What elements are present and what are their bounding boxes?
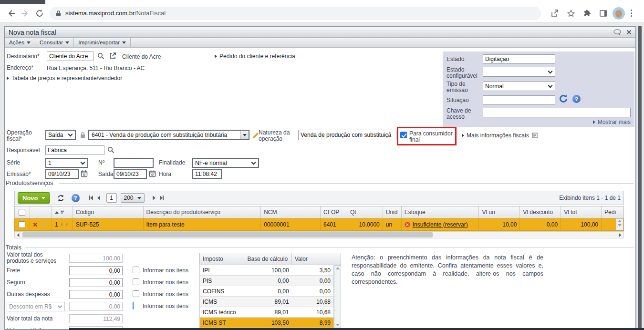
search-responsavel-icon[interactable] <box>107 146 114 154</box>
desconto-informar-checkbox[interactable] <box>133 302 134 309</box>
operacao-tipo-select[interactable]: Saída <box>45 130 76 140</box>
saida-input[interactable]: 09/10/23 <box>114 169 147 179</box>
pedido-cliente-toggle[interactable]: Pedido do cliente e referência <box>215 53 295 60</box>
cell-qt: 10,0000 <box>347 218 383 230</box>
close-icon[interactable] <box>626 30 632 35</box>
edit-row-icon[interactable] <box>41 221 47 227</box>
products-vertical-scrollbar[interactable] <box>616 218 623 230</box>
tax-col-imposto[interactable]: Imposto <box>200 253 244 265</box>
tipo-emissao-select[interactable]: Normal <box>483 81 555 91</box>
profile-avatar[interactable] <box>613 7 625 20</box>
actions-header-cell <box>30 206 52 218</box>
col-num[interactable]: # <box>52 206 73 218</box>
col-qt[interactable]: Qt <box>347 206 383 218</box>
frete-input[interactable]: 0,00 <box>69 266 123 275</box>
mais-informacoes-toggle[interactable]: Mais informações fiscais <box>462 132 538 139</box>
outras-informar-checkbox[interactable] <box>133 290 139 297</box>
combo-dropdown-button[interactable] <box>240 131 249 139</box>
refresh-situacao-icon[interactable] <box>559 94 568 103</box>
select-all-checkbox[interactable] <box>19 209 25 216</box>
col-cfop[interactable]: CFOP <box>321 206 347 218</box>
consumidor-final-checkbox[interactable] <box>400 132 407 138</box>
share-icon[interactable] <box>548 6 562 21</box>
operacao-fiscal-combo[interactable]: 6401 - Venda de produção com substituiçã… <box>88 130 249 140</box>
row-checkbox[interactable] <box>19 221 25 228</box>
emissao-input[interactable]: 09/10/23 <box>45 169 79 179</box>
menu-acoes[interactable]: Ações <box>5 38 35 47</box>
prev-page-icon[interactable] <box>95 194 103 202</box>
destinatario-label: Destinatário* <box>7 53 40 60</box>
chave-acesso-input[interactable] <box>483 108 631 117</box>
url-bar[interactable]: sistema.maxiprod.com.br/NotaFiscal <box>50 7 541 20</box>
refresh-grid-icon[interactable] <box>57 194 65 202</box>
product-row[interactable]: 1 ∧ ∨ SUP-525 Item para teste 00000001 6… <box>14 218 624 231</box>
finalidade-select[interactable]: NF-e normal <box>192 158 259 168</box>
comment-bubble-icon[interactable] <box>613 29 622 35</box>
right-edge-strip <box>638 26 642 330</box>
forward-icon[interactable] <box>18 6 32 21</box>
situacao-label: Situação <box>447 97 469 103</box>
move-up-down-icons[interactable]: ∧ ∨ <box>61 222 69 227</box>
estado-input[interactable]: Digitação <box>483 54 555 64</box>
window-titlebar: Nova nota fiscal <box>5 27 635 38</box>
frete-informar-checkbox[interactable] <box>133 267 139 273</box>
desconto-input: 0,00 <box>69 302 123 311</box>
destinatario-input[interactable]: Cliente do Acre <box>47 52 93 61</box>
col-ncm[interactable]: NCM <box>261 206 321 218</box>
next-page-icon[interactable] <box>150 194 158 202</box>
estado-configuravel-select[interactable] <box>483 67 555 77</box>
back-icon[interactable] <box>4 6 18 21</box>
totais-section-title: Totais <box>6 244 21 251</box>
consumidor-final-highlight: Para consumidor final <box>397 127 457 145</box>
tax-col-valor[interactable]: Valor <box>292 253 333 265</box>
delete-row-icon[interactable] <box>33 222 38 227</box>
mostrar-mais-link[interactable]: Mostrar mais <box>593 119 631 125</box>
serie-select[interactable]: 1 <box>45 158 88 168</box>
situacao-input[interactable] <box>483 95 555 105</box>
products-horizontal-scrollbar[interactable] <box>14 231 624 238</box>
search-icon[interactable] <box>97 52 104 60</box>
help-icon[interactable]: ? <box>572 95 581 103</box>
novo-button[interactable]: Novo <box>18 192 50 204</box>
col-vl-desconto[interactable]: Vl desconto <box>520 206 561 218</box>
status-panel: Estado Digitação Estado configurável Tip… <box>443 52 634 127</box>
outras-despesas-input[interactable]: 0,00 <box>69 290 123 299</box>
open-external-icon[interactable] <box>109 52 116 60</box>
col-pedido[interactable]: Pedi <box>602 206 616 218</box>
help-icon[interactable]: ? <box>72 194 80 202</box>
col-vl-un[interactable]: Vl un <box>479 206 520 218</box>
chrome-menu-icon[interactable] <box>627 8 636 19</box>
taxes-vertical-scrollbar[interactable] <box>334 265 341 328</box>
col-codigo[interactable]: Código <box>73 206 144 218</box>
calendar-icon[interactable] <box>149 170 156 177</box>
page-number-box[interactable]: 1 <box>106 193 117 203</box>
tabela-precos-toggle[interactable]: Tabela de preços e representante/vendedo… <box>7 75 122 82</box>
calendar-icon[interactable] <box>81 170 88 177</box>
extensions-puzzle-icon[interactable] <box>580 6 594 21</box>
menu-consultar[interactable]: Consultar <box>35 38 74 47</box>
page-size-select[interactable]: 200 <box>121 193 145 203</box>
responsavel-input[interactable]: Fábrica <box>45 145 104 155</box>
first-page-icon[interactable] <box>87 194 95 202</box>
col-estoque[interactable]: Estoque <box>402 206 479 218</box>
natureza-operacao-input[interactable]: Venda de produção com substituiçã <box>298 130 396 140</box>
seguro-informar-checkbox[interactable] <box>133 278 139 285</box>
tax-row: ICMS 89,01 10,68 <box>199 297 334 307</box>
seguro-input[interactable]: 0,00 <box>69 278 123 287</box>
side-panel-icon[interactable] <box>596 6 611 21</box>
endereco-value: Rua Esperança, 511 - Rio Branco - AC <box>47 65 145 72</box>
col-unid[interactable]: Unid <box>383 206 402 218</box>
tax-col-base[interactable]: Base de cálculo <box>244 253 291 265</box>
hora-input[interactable]: 11:08:42 <box>192 169 222 179</box>
col-vl-tot[interactable]: Vl tot <box>561 206 602 218</box>
destinatario-link[interactable]: Cliente do Acre <box>122 53 161 60</box>
bookmark-star-icon[interactable] <box>564 6 578 21</box>
numero-input[interactable] <box>114 158 154 168</box>
reload-icon[interactable] <box>32 6 47 21</box>
col-descricao[interactable]: Descrição do produto/serviço <box>144 206 261 218</box>
last-page-icon[interactable] <box>158 194 166 202</box>
valor-nota-input: 112,49 <box>69 314 123 323</box>
hscroll-thumb[interactable] <box>22 232 433 237</box>
menu-imprimir-exportar[interactable]: Imprimir/exportar <box>74 38 131 47</box>
estoque-reservar-link[interactable]: Insuficiente (reservar) <box>413 221 468 228</box>
